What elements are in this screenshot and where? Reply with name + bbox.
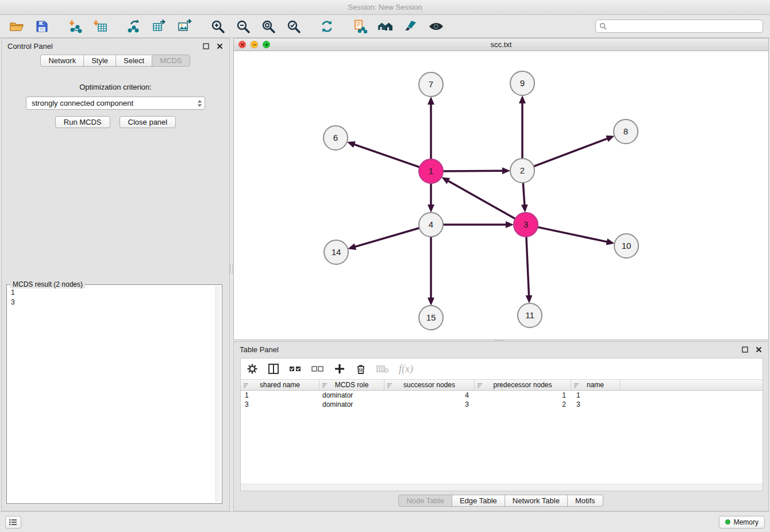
export-network-button[interactable] (124, 17, 144, 36)
sort-icon (243, 383, 249, 388)
vertical-splitter-handle[interactable] (230, 264, 233, 273)
edge-4-14[interactable] (354, 228, 421, 247)
table-tab-network-table[interactable]: Network Table (505, 495, 568, 507)
criterion-dropdown[interactable]: strongly connected component (26, 97, 205, 110)
node-9[interactable]: 9 (510, 71, 534, 95)
edge-3-11[interactable] (526, 236, 529, 297)
node-2[interactable]: 2 (510, 159, 534, 183)
zoom-fit-button[interactable] (259, 17, 278, 36)
select-all-button[interactable] (289, 363, 302, 375)
maximize-window-button[interactable] (263, 41, 270, 48)
delete-column-button[interactable] (355, 363, 367, 375)
node-6[interactable]: 6 (324, 126, 348, 150)
close-panel-button[interactable] (215, 42, 224, 50)
minimize-window-button[interactable] (251, 41, 258, 48)
column-header-predecessor-nodes[interactable]: predecessor nodes (475, 380, 571, 390)
node-4[interactable]: 4 (419, 213, 443, 237)
plus-icon (334, 363, 345, 375)
node-3[interactable]: 3 (514, 213, 538, 237)
main-toolbar (0, 15, 770, 38)
node-table-body: 1dominator4113dominator323 (241, 391, 763, 484)
import-table-icon (93, 19, 108, 34)
tab-style[interactable]: Style (83, 55, 116, 67)
open-folder-icon (9, 19, 24, 34)
delete-table-button[interactable] (376, 363, 389, 375)
sort-icon (322, 383, 328, 388)
save-floppy-icon (35, 20, 49, 33)
table-tab-motifs[interactable]: Motifs (567, 495, 603, 507)
export-image-button[interactable] (175, 17, 194, 36)
table-horizontal-scrollbar[interactable] (241, 484, 763, 491)
edge-3-1[interactable] (447, 180, 517, 219)
edge-2-3[interactable] (523, 182, 525, 206)
open-session-button[interactable] (7, 17, 26, 36)
edge-3-10[interactable] (537, 227, 609, 242)
node-7[interactable]: 7 (419, 72, 443, 97)
float-table-panel-button[interactable] (741, 345, 749, 353)
close-window-button[interactable] (238, 41, 246, 48)
apply-layout-button[interactable] (317, 17, 337, 36)
edge-1-2[interactable] (442, 171, 504, 171)
float-icon (203, 43, 209, 49)
show-details-button[interactable] (426, 17, 446, 36)
zoom-out-button[interactable] (233, 17, 253, 36)
node-label: 10 (622, 241, 632, 250)
node-10[interactable]: 10 (614, 234, 638, 258)
column-header-shared-name[interactable]: shared name (241, 380, 319, 390)
edge-2-8[interactable] (533, 138, 609, 167)
node-15[interactable]: 15 (419, 306, 443, 330)
session-group (7, 17, 52, 36)
copy-network-icon (353, 19, 368, 34)
table-tab-edge-table[interactable]: Edge Table (452, 495, 505, 507)
table-cell: 1 (475, 391, 571, 399)
zoom-selected-button[interactable] (284, 17, 303, 36)
float-panel-button[interactable] (202, 42, 210, 50)
close-table-panel-button[interactable] (754, 345, 763, 353)
copy-network-button[interactable] (351, 17, 370, 36)
deselect-all-button[interactable] (311, 363, 324, 375)
table-cell: 1 (571, 391, 620, 399)
result-line: 3 (11, 298, 211, 307)
edge-1-6[interactable] (353, 144, 421, 168)
tab-network[interactable]: Network (40, 55, 84, 67)
add-column-button[interactable] (334, 363, 345, 375)
run-mcds-button[interactable]: Run MCDS (55, 116, 110, 128)
node-8[interactable]: 8 (614, 119, 638, 144)
minimize-glyph-icon (252, 43, 257, 47)
network-window-titlebar[interactable]: scc.txt (234, 38, 768, 51)
paint-style-button[interactable] (401, 17, 421, 36)
node-table-area: f(x) shared nameMCDS rolesuccessor nodes… (240, 358, 763, 491)
column-header-name[interactable]: name (571, 380, 620, 390)
table-row[interactable]: 1dominator411 (241, 391, 763, 400)
zoom-in-button[interactable] (208, 17, 228, 36)
memory-button[interactable]: Memory (719, 516, 765, 529)
node-1[interactable]: 1 (419, 159, 443, 183)
column-header-MCDS-role[interactable]: MCDS role (319, 380, 384, 390)
close-icon (756, 346, 762, 353)
tab-mcds[interactable]: MCDS (152, 55, 190, 67)
node-14[interactable]: 14 (324, 240, 348, 264)
search-input[interactable] (609, 22, 759, 30)
network-overview-button[interactable] (376, 17, 395, 36)
window-title: Session: New Session (348, 3, 422, 11)
table-tab-node-table[interactable]: Node Table (398, 495, 452, 507)
table-row[interactable]: 3dominator323 (241, 400, 763, 409)
sort-icon (477, 383, 483, 388)
result-scrollbar[interactable] (215, 286, 221, 502)
table-settings-button[interactable] (247, 363, 258, 375)
export-table-button[interactable] (149, 17, 169, 36)
tab-select[interactable]: Select (116, 55, 152, 67)
network-canvas-area[interactable]: 7968124314101511 (234, 51, 768, 340)
node-11[interactable]: 11 (518, 303, 542, 327)
table-panel-header: Table Panel (234, 342, 768, 357)
column-header-successor-nodes[interactable]: successor nodes (384, 380, 475, 390)
save-session-button[interactable] (32, 17, 52, 36)
paint-brush-icon (403, 19, 418, 34)
close-panel-text-button[interactable]: Close panel (120, 116, 176, 128)
show-columns-button[interactable] (268, 363, 279, 375)
node-label: 15 (426, 313, 436, 322)
function-builder-button[interactable]: f(x) (399, 363, 413, 375)
import-table-button[interactable] (91, 17, 110, 36)
task-history-button[interactable] (5, 516, 21, 529)
import-network-button[interactable] (66, 17, 85, 36)
